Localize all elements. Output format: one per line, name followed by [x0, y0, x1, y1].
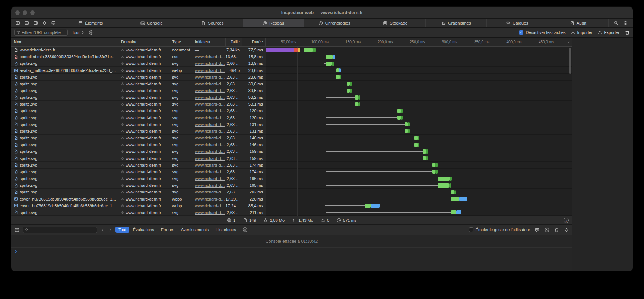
console-search-field[interactable] [23, 227, 97, 233]
initiator-link[interactable]: www.richard-d… [195, 108, 225, 113]
network-row[interactable]: sprite.svgwww.richard-dern.frsvgwww.rich… [11, 209, 572, 216]
clear-network-trash-icon[interactable] [625, 30, 630, 35]
url-filter-input[interactable]: Filtrer l'URL complète [14, 29, 68, 36]
network-row[interactable]: sprite.svgwww.richard-dern.frsvgwww.rich… [11, 169, 572, 175]
tab-graphismes[interactable]: Graphismes [425, 19, 486, 27]
tab-sources[interactable]: Sources [182, 19, 243, 27]
initiator-link[interactable]: www.richard-d… [195, 163, 225, 167]
tab-audit[interactable]: Audit [548, 19, 609, 27]
initiator-link[interactable]: www.richard-d… [195, 136, 225, 140]
console-scope-icon[interactable] [15, 227, 19, 232]
help-button[interactable]: ? [564, 218, 569, 223]
initiator-link[interactable]: www.richard-d… [195, 61, 225, 66]
initiator-link[interactable]: www.richard-d… [195, 210, 225, 215]
network-row[interactable]: sprite.svgwww.richard-dern.frsvgwww.rich… [11, 114, 572, 121]
column-header-duree[interactable]: Durée [242, 38, 266, 46]
tab-chronologies[interactable]: Chronologies [304, 19, 365, 27]
column-header-type[interactable]: Type [169, 38, 192, 46]
initiator-link[interactable]: www.richard-d… [195, 149, 225, 154]
export-button[interactable]: Exporter [598, 30, 619, 35]
network-row[interactable]: sprite.svgwww.richard-dern.frsvgwww.rich… [11, 101, 572, 107]
console-options-icon[interactable] [242, 227, 248, 232]
column-header-initiateur[interactable]: Initiateur [192, 38, 226, 46]
network-row[interactable]: sprite.svgwww.richard-dern.frsvgwww.rich… [11, 162, 572, 169]
initiator-link[interactable]: www.richard-d… [195, 156, 225, 161]
console-back-icon[interactable] [101, 228, 105, 232]
tab-console[interactable]: Console [121, 19, 182, 27]
network-row[interactable]: sprite.svgwww.richard-dern.frsvgwww.rich… [11, 141, 572, 148]
dock-right-icon[interactable] [33, 21, 38, 25]
initiator-link[interactable]: www.richard-d… [195, 82, 225, 86]
scroll-top-icon[interactable] [567, 40, 571, 44]
network-row[interactable]: sprite.svgwww.richard-dern.frsvgwww.rich… [11, 189, 572, 195]
initiator-link[interactable]: www.richard-d… [195, 142, 225, 147]
responsive-mode-icon[interactable] [51, 21, 56, 25]
network-row[interactable]: sprite.svgwww.richard-dern.frsvgwww.rich… [11, 135, 572, 141]
zoom-button[interactable] [30, 10, 35, 15]
column-header-domaine[interactable]: Domaine [118, 38, 169, 46]
network-row[interactable]: sprite.svgwww.richard-dern.frsvgwww.rich… [11, 87, 572, 94]
network-row[interactable]: sprite.svgwww.richard-dern.frsvgwww.rich… [11, 60, 572, 67]
console-tab-tout[interactable]: Tout [115, 227, 129, 233]
initiator-link[interactable]: www.richard-d… [195, 176, 225, 181]
console-tab-historiques[interactable]: Historiques [213, 227, 239, 233]
filter-options-icon[interactable] [89, 30, 94, 35]
emulate-gesture-checkbox[interactable] [469, 227, 473, 232]
network-row[interactable]: sprite.svgwww.richard-dern.frsvgwww.rich… [11, 182, 572, 189]
toggle-console-icon[interactable] [564, 227, 569, 232]
close-button[interactable] [15, 10, 20, 15]
initiator-link[interactable]: www.richard-d… [195, 197, 225, 201]
emulate-gesture-toggle[interactable]: Émuler le geste de l'utilisateur [469, 227, 530, 232]
console-tab-evaluations[interactable]: Évaluations [130, 227, 157, 233]
network-row[interactable]: sprite.svgwww.richard-dern.frsvgwww.rich… [11, 107, 572, 114]
network-row[interactable]: sprite.svgwww.richard-dern.frsvgwww.rich… [11, 128, 572, 135]
initiator-link[interactable]: www.richard-d… [195, 75, 225, 79]
tab-elements[interactable]: Éléments [60, 19, 121, 27]
console-forward-icon[interactable] [108, 228, 112, 232]
tab-stockage[interactable]: Stockage [365, 19, 426, 27]
console-tab-erreurs[interactable]: Erreurs [158, 227, 177, 233]
network-row[interactable]: sprite.svgwww.richard-dern.frsvgwww.rich… [11, 148, 572, 155]
initiator-link[interactable]: www.richard-d… [195, 204, 225, 208]
element-picker-icon[interactable] [42, 21, 47, 25]
initiator-link[interactable]: www.richard-d… [195, 68, 225, 73]
tab-calques[interactable]: Calques [486, 19, 548, 27]
network-row[interactable]: sprite.svgwww.richard-dern.frsvgwww.rich… [11, 74, 572, 81]
console-messages-icon[interactable] [535, 227, 540, 232]
settings-gear-icon[interactable] [623, 21, 628, 25]
search-icon[interactable] [613, 21, 618, 25]
column-header-taille[interactable]: Taille [226, 38, 242, 46]
initiator-link[interactable]: www.richard-d… [195, 95, 225, 100]
tab-reseau[interactable]: Réseau [243, 19, 304, 27]
disable-caches-toggle[interactable]: Désactiver les caches [519, 30, 565, 35]
network-row[interactable]: sprite.svgwww.richard-dern.frsvgwww.rich… [11, 155, 572, 162]
minimize-button[interactable] [23, 10, 27, 15]
initiator-link[interactable]: www.richard-d… [195, 183, 225, 188]
network-row[interactable]: cover_hu736519dc3b5040cfa48b6b559b6de6ec… [11, 202, 572, 209]
dock-left-icon[interactable] [15, 21, 20, 25]
initiator-link[interactable]: www.richard-d… [195, 88, 225, 93]
title-bar[interactable]: Inspecteur web — www.richard-dern.fr [11, 7, 633, 19]
vertical-scrollbar[interactable] [569, 48, 571, 74]
initiator-link[interactable]: www.richard-d… [195, 116, 225, 120]
initiator-link[interactable]: www.richard-d… [195, 170, 225, 174]
initiator-link[interactable]: www.richard-d… [195, 54, 225, 59]
console-prompt[interactable] [11, 247, 572, 255]
network-row[interactable]: avatar_hu85ecc3e298728880b0bde2dcc4e5c23… [11, 67, 572, 73]
console-tab-avertissements[interactable]: Avertissements [178, 227, 212, 233]
console-trash-icon[interactable] [554, 227, 559, 232]
initiator-link[interactable]: www.richard-d… [195, 122, 225, 127]
column-header-nom[interactable]: Nom [11, 38, 118, 46]
network-row[interactable]: sprite.svgwww.richard-dern.frsvgwww.rich… [11, 81, 572, 87]
dock-bottom-icon[interactable] [24, 21, 29, 25]
initiator-link[interactable]: www.richard-d… [195, 190, 225, 194]
clear-console-icon[interactable] [545, 227, 549, 232]
network-row[interactable]: compiled.min.38390909f303624ed9e1cf1bd3f… [11, 53, 572, 60]
initiator-link[interactable]: www.richard-d… [195, 102, 225, 106]
network-row[interactable]: sprite.svgwww.richard-dern.frsvgwww.rich… [11, 175, 572, 182]
initiator-link[interactable]: www.richard-d… [195, 129, 225, 133]
resource-type-dropdown[interactable]: Tout [72, 30, 85, 35]
network-row[interactable]: cover_hu736519dc3b5040cfa48b6b559b6de6ec… [11, 195, 572, 202]
network-row[interactable]: www.richard-dern.frwww.richard-dern.frdo… [11, 47, 572, 53]
network-row[interactable]: sprite.svgwww.richard-dern.frsvgwww.rich… [11, 94, 572, 101]
